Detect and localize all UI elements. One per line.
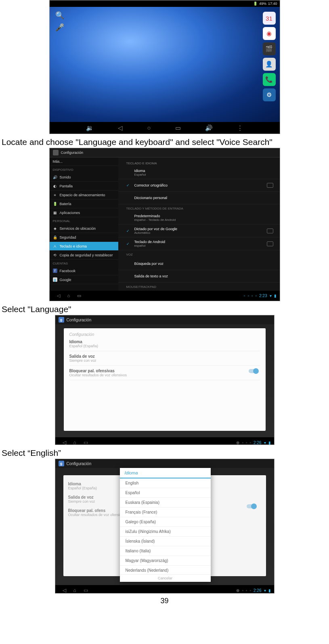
- row-subtitle: Siempre con voz: [69, 359, 260, 363]
- app-contacts-icon[interactable]: 👤: [263, 58, 276, 71]
- language-option[interactable]: Íslenska (Ísland): [120, 537, 211, 546]
- home-icon[interactable]: ⌂: [67, 293, 70, 298]
- vol-down-icon[interactable]: 🔉: [86, 124, 94, 132]
- status-icon: ▫: [242, 441, 243, 445]
- settings-row[interactable]: Salida de texto a voz: [118, 270, 280, 283]
- sidebar-item[interactable]: ◈Servicios de ubicación: [50, 224, 118, 233]
- pane-header-3: MOUSE/TRACKPAD: [118, 283, 280, 290]
- status-icon: ▫: [242, 588, 243, 593]
- sidebar-item[interactable]: gGoogle: [50, 275, 118, 284]
- sidebar-item-icon: ⟲: [53, 253, 57, 257]
- google-icon: g: [59, 317, 64, 323]
- row-subtitle: español: [134, 244, 166, 248]
- settings-row[interactable]: IdiomaEspañol (España): [69, 337, 260, 351]
- language-option[interactable]: Euskara (Espainia): [120, 498, 211, 508]
- system-bar: ◁ ⌂ ▭ ⊕ ▫ ▫ ▫ 2:26 ▾ ▮: [55, 585, 274, 594]
- language-option[interactable]: Español: [120, 488, 211, 498]
- sidebar-item-label: Espacio de almacenamiento: [60, 193, 105, 197]
- settings-icon[interactable]: [267, 241, 273, 246]
- settings-icon[interactable]: [267, 183, 273, 188]
- settings-row[interactable]: Diccionario personal: [118, 192, 280, 204]
- app-chrome-icon[interactable]: ◉: [263, 27, 276, 40]
- back-icon[interactable]: ◁: [63, 587, 66, 593]
- settings-row[interactable]: Salida de vozSiempre con voz: [69, 351, 260, 366]
- language-option[interactable]: Galego (España): [120, 517, 211, 527]
- sidebar-item[interactable]: fFacebook: [50, 266, 118, 275]
- language-option[interactable]: Français (France): [120, 508, 211, 517]
- status-icon: ⊕: [236, 441, 239, 445]
- app-tray: 31 ◉ 🎬 👤 📞 ⚙: [263, 12, 277, 101]
- app-phone-icon[interactable]: 📞: [263, 73, 276, 86]
- language-list[interactable]: EnglishEspañolEuskara (Espainia)Français…: [120, 478, 211, 574]
- home-icon[interactable]: ○: [147, 124, 151, 131]
- pane-header-1: TECLADO Y MÉTODOS DE ENTRADA: [118, 204, 280, 212]
- sidebar-item[interactable]: ◐Pantalla: [50, 182, 118, 191]
- app-calendar-icon[interactable]: 31: [263, 12, 276, 25]
- sidebar-item-icon: ◈: [53, 226, 57, 231]
- back-icon[interactable]: ◁: [118, 124, 123, 132]
- recent-icon[interactable]: ▭: [84, 587, 88, 593]
- settings-row[interactable]: Búsqueda por voz: [118, 258, 280, 270]
- settings-card: Configuración IdiomaEspañol (España)Sali…: [64, 328, 266, 431]
- settings-row[interactable]: ✓Teclado de Androidespañol: [118, 237, 280, 250]
- back-icon[interactable]: ◁: [57, 293, 60, 298]
- language-option[interactable]: English: [120, 478, 211, 488]
- row-title: Predeterminado: [134, 214, 176, 218]
- sidebar-item[interactable]: ATeclado e idioma: [50, 242, 118, 251]
- settings-row[interactable]: Bloquear pal. ofensivasOcultar resultado…: [69, 366, 260, 380]
- sidebar-item-icon: ▦: [53, 210, 57, 215]
- search-icon[interactable]: 🔍: [55, 11, 64, 20]
- recent-icon[interactable]: ▭: [175, 124, 181, 132]
- settings-row[interactable]: IdiomaEspañol: [118, 166, 280, 179]
- language-option[interactable]: Italiano (Italia): [120, 546, 211, 556]
- wifi-icon: ▾: [264, 588, 266, 593]
- back-icon[interactable]: ◁: [63, 440, 66, 445]
- app-title: Configuración: [67, 461, 92, 466]
- sidebar-item-icon: A: [53, 244, 57, 248]
- sidebar-item[interactable]: ▦Aplicaciones: [50, 208, 118, 217]
- settings-row[interactable]: Predeterminadoespañol - Teclado de Andro…: [118, 212, 280, 224]
- settings-row[interactable]: ✓Dictado por voz de GoogleAutomático: [118, 224, 280, 237]
- sidebar-item[interactable]: 🔊Sonido: [50, 173, 118, 182]
- language-dialog: Idioma EnglishEspañolEuskara (Espainia)F…: [120, 468, 211, 582]
- status-icon: ▫: [246, 588, 247, 593]
- sidebar-item[interactable]: 🔒Seguridad: [50, 233, 118, 242]
- language-option[interactable]: isiZulu (iNingizimu Afrika): [120, 527, 211, 537]
- recent-icon[interactable]: ▭: [77, 293, 81, 298]
- sidebar-header-device: DISPOSITIVO: [50, 166, 118, 173]
- sidebar-header-personal: PERSONAL: [50, 217, 118, 224]
- dialog-cancel-button[interactable]: Cancelar: [120, 574, 211, 582]
- sidebar-item-more[interactable]: Más...: [50, 157, 118, 166]
- recent-icon[interactable]: ▭: [84, 440, 88, 445]
- language-option[interactable]: Magyar (Magyarország): [120, 556, 211, 566]
- toggle-switch[interactable]: [249, 369, 258, 373]
- app-video-icon[interactable]: 🎬: [263, 42, 276, 55]
- dialog-header: Idioma: [120, 468, 211, 478]
- check-icon: ✓: [126, 229, 131, 233]
- mic-icon[interactable]: 🎤: [55, 23, 64, 32]
- sidebar-item[interactable]: 🔋Batería: [50, 199, 118, 208]
- language-option[interactable]: Nederlands (Nederland): [120, 566, 211, 574]
- settings-icon[interactable]: [267, 229, 273, 233]
- instruction-step-2: Select "Language": [2, 304, 329, 314]
- sidebar-item-icon: ≡: [53, 193, 57, 197]
- vol-up-icon[interactable]: 🔊: [205, 124, 213, 132]
- row-title: Búsqueda por voz: [134, 262, 164, 266]
- battery-icon: ▮: [268, 588, 271, 593]
- status-icon: ▫: [251, 294, 253, 298]
- battery-icon: ▮: [274, 294, 277, 298]
- settings-row[interactable]: ✓Corrector ortográfico: [118, 179, 280, 192]
- row-subtitle: Español: [134, 173, 146, 176]
- settings-sidebar: Más... DISPOSITIVO 🔊Sonido◐Pantalla≡Espa…: [50, 157, 118, 291]
- sidebar-item-label: Teclado e idioma: [60, 244, 87, 248]
- row-subtitle: Ocultar resultados de voz ofensivos: [69, 373, 260, 377]
- home-icon[interactable]: ⌂: [73, 440, 76, 445]
- sidebar-item[interactable]: ⟲Copia de seguridad y restablecer: [50, 251, 118, 260]
- row-title: Idioma: [134, 169, 146, 173]
- sidebar-item[interactable]: ≡Espacio de almacenamiento: [50, 191, 118, 199]
- home-icon[interactable]: ⌂: [73, 587, 76, 593]
- app-settings-icon[interactable]: ⚙: [263, 88, 276, 101]
- settings-title: Configuración: [61, 151, 84, 155]
- menu-icon[interactable]: ⋮: [237, 124, 243, 132]
- row-subtitle: Automático: [134, 231, 178, 235]
